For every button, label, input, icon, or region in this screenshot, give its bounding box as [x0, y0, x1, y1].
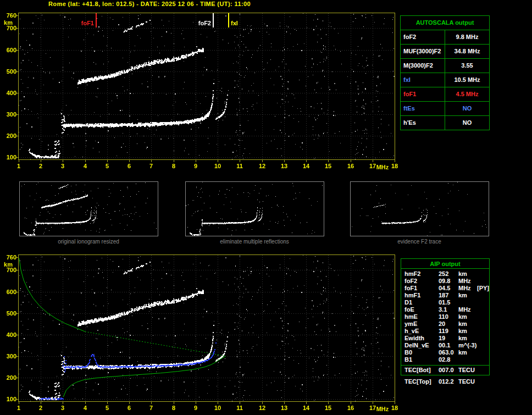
x-axis-label: 5	[101, 163, 113, 169]
x-axis-label: 7	[145, 405, 157, 411]
autoscala-row-label: fxI	[401, 73, 445, 87]
aip-row-value: 012.2	[439, 378, 458, 385]
x-axis-unit: MHz	[372, 406, 394, 412]
x-axis-tick	[174, 160, 174, 162]
autoscala-row: ftEsNO	[401, 102, 489, 116]
x-axis-label: 6	[123, 405, 135, 411]
x-axis-label: 14	[300, 405, 312, 411]
autoscala-row-label: h'Es	[401, 116, 445, 130]
aip-row: TEC[Bot]007.0TECU	[401, 367, 489, 374]
autoscala-row: MUF(3000)F234.8 MHz	[401, 45, 489, 59]
aip-row: ymE20km	[401, 320, 489, 328]
x-axis-tick	[240, 160, 240, 162]
x-axis-label: 1	[13, 163, 25, 169]
aip-row-label: TEC[Top]	[404, 378, 439, 385]
aip-row-value: 02.8	[439, 356, 458, 363]
autoscala-output-panel: AUTOSCALA output foF29.8 MHzMUF(3000)F23…	[400, 15, 490, 130]
aip-row-value: 20	[439, 320, 458, 328]
aip-row-label: foF2	[404, 278, 439, 285]
x-axis-label: 12	[256, 405, 268, 411]
marker-fxI-line	[228, 13, 229, 27]
x-axis-label: 4	[79, 163, 91, 169]
y-axis-label: 400	[0, 331, 16, 338]
x-axis-label: 9	[190, 163, 202, 169]
aip-row-unit: MHz	[458, 285, 477, 292]
x-axis-tick	[284, 402, 285, 404]
x-axis-label: 6	[123, 163, 135, 169]
autoscala-row-value: 34.8 MHz	[445, 45, 489, 58]
aip-row-label: Ewidth	[404, 335, 439, 342]
aip-row-extra	[477, 367, 489, 374]
x-axis-label: 2	[35, 405, 47, 411]
y-axis-label: 100	[0, 396, 16, 402]
x-axis-label: 7	[145, 163, 157, 169]
y-axis-label: 300	[0, 353, 16, 359]
x-axis-tick	[151, 402, 152, 404]
aip-row-value: 01.5	[439, 299, 458, 306]
y-axis-label: 500	[0, 68, 16, 75]
aip-row: hmE110km	[401, 313, 489, 320]
autoscala-output-header: AUTOSCALA output	[401, 16, 489, 30]
aip-row-label: B0	[404, 349, 439, 356]
aip-row-value: 187	[439, 292, 458, 299]
aip-row-label: ymE	[404, 320, 439, 328]
aip-row: h_vE119km	[401, 328, 489, 335]
x-axis-label: 13	[278, 405, 290, 411]
x-axis-tick	[306, 160, 307, 162]
x-axis-tick	[85, 402, 86, 404]
aip-row: Ewidth19km	[401, 335, 489, 342]
aip-row-extra	[477, 299, 489, 306]
x-axis-label: 11	[234, 163, 246, 169]
x-axis-tick	[218, 402, 218, 404]
aip-row: D101.5	[401, 299, 489, 306]
x-axis-label: 12	[256, 163, 268, 169]
x-axis-tick	[107, 160, 108, 162]
autoscala-row-label: foF2	[401, 30, 445, 44]
x-axis-tick	[240, 402, 240, 404]
aip-row-extra	[477, 335, 489, 342]
aip-row-extra	[477, 313, 489, 320]
ionogram-plot: foF1foF2fxI	[18, 13, 395, 160]
autoscala-rows: foF29.8 MHzMUF(3000)F234.8 MHzM(3000)F23…	[401, 30, 489, 130]
x-axis-label: 15	[322, 405, 334, 411]
aip-row-value: 00.1	[439, 342, 458, 349]
x-axis-tick	[85, 160, 86, 162]
marker-foF1-line	[96, 13, 97, 27]
x-axis-label: 3	[57, 163, 69, 169]
aip-row: hmF2252km	[401, 270, 489, 278]
x-axis-tick	[19, 160, 19, 162]
aip-row-unit: km	[458, 270, 477, 278]
autoscala-row-value: 3.55	[445, 59, 489, 73]
aip-row-unit: km	[458, 328, 477, 335]
x-axis-label: 5	[101, 405, 113, 411]
thumbnail-eliminate-canvas	[186, 182, 324, 236]
aip-row-value: 252	[439, 270, 458, 278]
aip-row-value: 063.0	[439, 349, 458, 356]
x-axis-label: 11	[234, 405, 246, 411]
aip-row-extra	[477, 356, 489, 363]
autoscala-row-label: ftEs	[401, 102, 445, 115]
marker-foF2-label: foF2	[195, 20, 211, 26]
aip-row-value: 007.0	[439, 367, 458, 374]
autoscala-row: M(3000)F23.55	[401, 59, 489, 73]
x-axis-label: 10	[212, 405, 224, 411]
x-axis-tick	[373, 160, 373, 162]
x-axis-tick	[41, 160, 41, 162]
y-axis-label: 760	[0, 12, 16, 19]
aip-row-unit: m^(-3)	[458, 342, 477, 349]
x-axis-tick	[351, 160, 351, 162]
aip-row-label: TEC[Bot]	[404, 367, 439, 374]
autoscala-row-value: NO	[445, 102, 489, 115]
station-date-title: Rome (lat: +41.8, lon: 012.5) - DATE: 20…	[48, 1, 251, 7]
aip-row-unit: MHz	[458, 278, 477, 285]
ionogram-canvas	[19, 13, 395, 159]
x-axis-tick	[196, 402, 196, 404]
aip-row: hmF1187km	[401, 292, 489, 299]
y-axis-label: 100	[0, 154, 16, 161]
aip-row-extra	[477, 306, 489, 313]
aip-row-value: 09.8	[439, 278, 458, 285]
aip-row-label: hmF2	[404, 270, 439, 278]
aip-row-extra: [PY]	[477, 285, 489, 292]
aip-row: foF209.8MHz	[401, 278, 489, 285]
x-axis-label: 3	[57, 405, 69, 411]
